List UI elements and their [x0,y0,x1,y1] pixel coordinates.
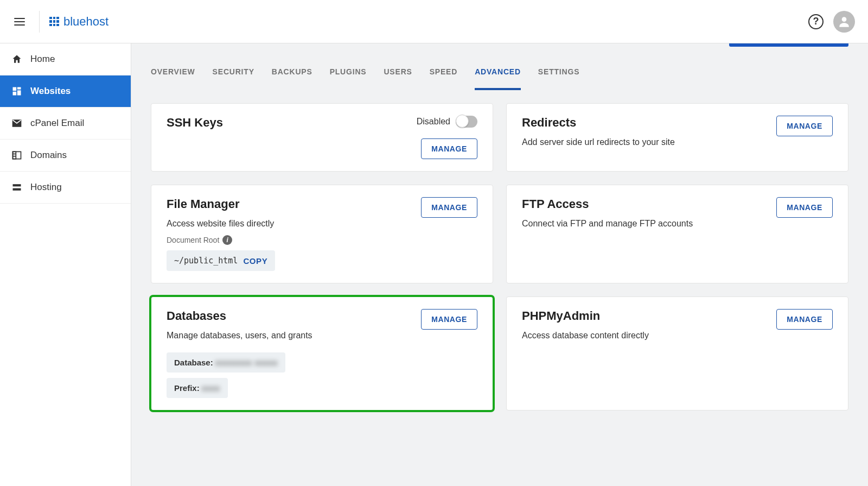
svg-rect-11 [13,188,21,191]
sidebar-item-hosting[interactable]: Hosting [0,172,131,204]
card-title: SSH Keys [167,116,408,130]
sidebar-item-domains[interactable]: Domains [0,140,131,172]
tabs: OVERVIEW SECURITY BACKUPS PLUGINS USERS … [131,43,868,90]
cards-grid: SSH Keys Disabled MANAGE Redirects Add s… [131,90,868,443]
svg-rect-4 [13,92,17,96]
card-desc: Add server side url redirects to your si… [522,137,768,147]
card-desc: Access database content directly [522,331,768,340]
tab-overview[interactable]: OVERVIEW [151,67,195,90]
sidebar-item-cpanel-email[interactable]: cPanel Email [0,108,131,140]
tab-security[interactable]: SECURITY [213,67,254,90]
prefix-value: xxxx [202,383,220,393]
card-title: File Manager [167,197,412,211]
svg-rect-7 [13,152,16,159]
manage-ftp-button[interactable]: MANAGE [776,197,833,218]
main-content: OVERVIEW SECURITY BACKUPS PLUGINS USERS … [131,43,868,486]
copy-doc-root-button[interactable]: COPY [243,256,267,266]
tab-backups[interactable]: BACKUPS [272,67,312,90]
sidebar-item-label: Hosting [30,182,62,193]
sidebar-item-label: Websites [30,86,71,97]
manage-ssh-button[interactable]: MANAGE [421,138,477,159]
card-title: Databases [167,309,412,323]
card-ftp-access: FTP Access Connect via FTP and manage FT… [506,185,848,283]
svg-point-0 [842,17,847,22]
manage-file-manager-button[interactable]: MANAGE [421,197,477,218]
tab-settings[interactable]: SETTINGS [538,67,579,90]
doc-root-label: Document Root [167,236,219,244]
dashboard-icon [11,85,23,97]
sidebar-item-label: cPanel Email [30,118,84,129]
sidebar-item-websites[interactable]: Websites [0,75,131,108]
tab-plugins[interactable]: PLUGINS [330,67,367,90]
card-desc: Access website files directly [167,219,412,229]
card-redirects: Redirects Add server side url redirects … [506,103,848,172]
card-title: Redirects [522,116,768,130]
card-desc: Connect via FTP and manage FTP accounts [522,219,768,229]
svg-rect-3 [17,90,21,95]
card-title: PHPMyAdmin [522,309,768,323]
card-title: FTP Access [522,197,768,211]
hamburger-menu-icon[interactable] [13,15,26,28]
email-icon [11,117,23,129]
tab-advanced[interactable]: ADVANCED [475,67,521,90]
hosting-icon [11,181,23,193]
sidebar-item-label: Home [30,54,55,65]
help-icon: ? [808,14,824,29]
svg-rect-6 [13,152,21,159]
divider [39,11,40,33]
database-label: Database: [174,358,213,367]
domain-icon [11,149,23,161]
card-phpmyadmin: PHPMyAdmin Access database content direc… [506,296,848,411]
ssh-toggle-label: Disabled [417,117,450,127]
info-icon[interactable]: i [222,235,232,245]
svg-rect-2 [17,87,21,90]
svg-rect-10 [13,184,21,186]
manage-redirects-button[interactable]: MANAGE [776,116,833,136]
home-icon [11,53,23,65]
sidebar-item-label: Domains [30,150,67,161]
database-value: xxxxxxxx xxxxx [215,358,278,367]
svg-rect-1 [13,87,17,91]
manage-phpmyadmin-button[interactable]: MANAGE [776,309,833,330]
header-accent [729,43,848,47]
prefix-label: Prefix: [174,383,200,393]
apps-grid-icon [49,17,59,27]
tab-users[interactable]: USERS [384,67,412,90]
card-file-manager: File Manager Access website files direct… [151,185,493,283]
sidebar: Home Websites cPanel Email Domains Hosti… [0,43,131,486]
sidebar-item-home[interactable]: Home [0,43,131,75]
brand-name: bluehost [63,15,108,29]
tab-speed[interactable]: SPEED [430,67,457,90]
help-button[interactable]: ? [805,11,827,33]
card-desc: Manage databases, users, and grants [167,331,412,340]
topbar: bluehost ? [0,0,868,43]
brand-logo[interactable]: bluehost [49,15,108,29]
account-avatar[interactable] [833,11,855,33]
card-ssh-keys: SSH Keys Disabled MANAGE [151,103,493,172]
ssh-toggle[interactable] [456,116,477,128]
manage-databases-button[interactable]: MANAGE [421,309,477,330]
doc-root-path: ~/public_html [174,256,238,266]
card-databases: Databases Manage databases, users, and g… [151,296,493,411]
